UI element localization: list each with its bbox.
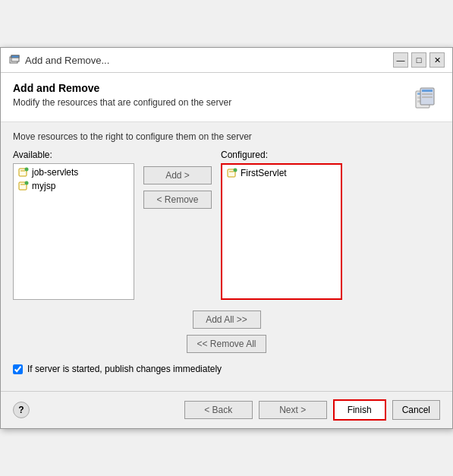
header-icon (410, 82, 440, 112)
svg-rect-2 (11, 55, 19, 58)
close-button[interactable]: ✕ (429, 52, 445, 68)
remove-all-button[interactable]: << Remove All (187, 335, 266, 353)
configured-panel: Configured: FirstServlet (221, 150, 342, 300)
svg-rect-15 (20, 184, 25, 185)
servlet-icon (18, 181, 29, 191)
svg-rect-9 (422, 93, 433, 95)
checkbox-label: If server is started, publish changes im… (27, 364, 222, 374)
window-icon (8, 54, 20, 66)
footer-left: ? (13, 402, 30, 418)
checkbox-row: If server is started, publish changes im… (13, 364, 440, 374)
list-item-label: FirstServlet (241, 168, 287, 178)
svg-point-16 (25, 181, 29, 185)
list-item[interactable]: job-servlets (15, 165, 132, 179)
minimize-button[interactable]: — (393, 52, 408, 68)
finish-button[interactable]: Finish (333, 399, 386, 421)
footer-right: < Back Next > Finish Cancel (184, 399, 440, 421)
restore-button[interactable]: □ (411, 52, 426, 68)
available-label: Available: (13, 150, 134, 160)
instruction-text: Move resources to the right to configure… (13, 131, 440, 142)
cancel-button[interactable]: Cancel (392, 400, 440, 420)
header-title: Add and Remove (13, 82, 231, 94)
footer: ? < Back Next > Finish Cancel (1, 391, 452, 428)
list-item[interactable]: myjsp (15, 179, 132, 193)
title-bar-left: Add and Remove... (8, 54, 109, 66)
svg-rect-12 (20, 170, 25, 172)
configured-list[interactable]: FirstServlet (221, 163, 342, 300)
add-all-button[interactable]: Add All >> (193, 311, 261, 329)
servlet-icon (227, 168, 238, 178)
header-text: Add and Remove Modify the resources that… (13, 82, 231, 108)
svg-rect-8 (422, 90, 433, 92)
back-button[interactable]: < Back (184, 401, 253, 419)
help-button[interactable]: ? (13, 402, 30, 418)
dialog-window: Add and Remove... — □ ✕ Add and Remove M… (0, 47, 453, 429)
configured-label: Configured: (221, 150, 342, 160)
header-subtitle: Modify the resources that are configured… (13, 97, 231, 108)
svg-rect-10 (422, 96, 433, 98)
svg-point-13 (25, 168, 29, 172)
content-area: Move resources to the right to configure… (1, 122, 452, 383)
list-item[interactable]: FirstServlet (224, 166, 339, 180)
available-panel: Available: job-servlets (13, 150, 134, 300)
panels-row: Available: job-servlets (13, 150, 440, 300)
middle-buttons: Add > < Remove (134, 166, 221, 209)
list-item-label: job-servlets (32, 167, 78, 178)
header-section: Add and Remove Modify the resources that… (1, 73, 452, 122)
window-title: Add and Remove... (25, 55, 109, 66)
servlet-icon (18, 167, 29, 178)
available-list[interactable]: job-servlets myjsp (13, 163, 134, 300)
bottom-buttons: Add All >> << Remove All (13, 311, 440, 353)
svg-rect-18 (229, 171, 234, 172)
svg-point-19 (234, 169, 238, 172)
list-item-label: myjsp (32, 181, 55, 191)
add-button[interactable]: Add > (143, 166, 212, 184)
publish-checkbox[interactable] (13, 364, 23, 374)
title-bar: Add and Remove... — □ ✕ (1, 48, 452, 73)
next-button[interactable]: Next > (259, 401, 327, 419)
window-controls: — □ ✕ (393, 52, 445, 68)
remove-button[interactable]: < Remove (143, 191, 212, 209)
